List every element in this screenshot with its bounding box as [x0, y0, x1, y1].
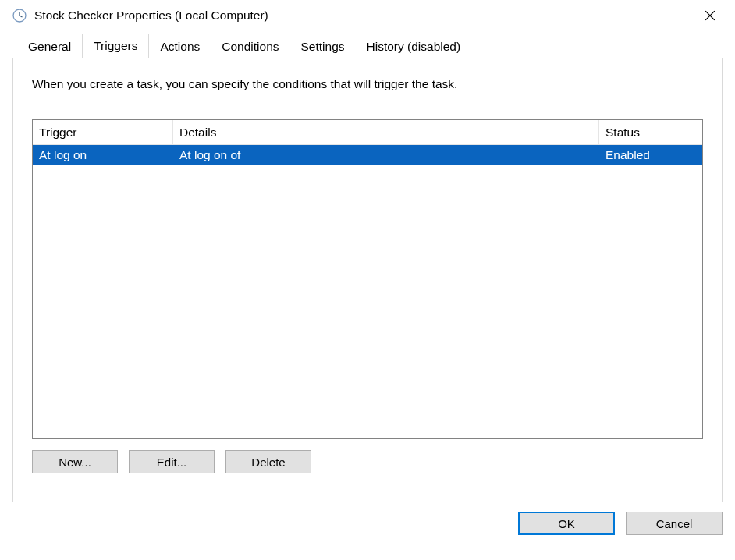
panel-description: When you create a task, you can specify …	[32, 77, 703, 91]
tab-strip: General Triggers Actions Conditions Sett…	[0, 31, 735, 58]
tab-settings[interactable]: Settings	[290, 35, 356, 58]
tab-history[interactable]: History (disabled)	[356, 35, 472, 58]
cell-trigger: At log on	[33, 147, 173, 163]
trigger-table[interactable]: Trigger Details Status At log on At log …	[32, 119, 703, 439]
close-icon[interactable]	[694, 5, 726, 27]
cell-details: At log on of	[173, 147, 599, 163]
header-status[interactable]: Status	[599, 120, 702, 144]
window-title: Stock Checker Properties (Local Computer…	[34, 9, 268, 23]
cell-status: Enabled	[599, 147, 702, 163]
header-trigger[interactable]: Trigger	[33, 120, 173, 144]
edit-button[interactable]: Edit...	[129, 450, 215, 473]
delete-button[interactable]: Delete	[225, 450, 311, 473]
trigger-actions: New... Edit... Delete	[32, 450, 703, 473]
dialog-footer: OK Cancel	[0, 502, 735, 535]
header-details[interactable]: Details	[173, 120, 599, 144]
tab-panel-triggers: When you create a task, you can specify …	[12, 58, 723, 502]
tab-actions[interactable]: Actions	[149, 35, 211, 58]
tab-triggers[interactable]: Triggers	[82, 34, 149, 58]
new-button[interactable]: New...	[32, 450, 118, 473]
cancel-button[interactable]: Cancel	[626, 512, 723, 535]
clock-icon	[12, 9, 27, 23]
table-header-row: Trigger Details Status	[33, 120, 702, 145]
titlebar: Stock Checker Properties (Local Computer…	[0, 0, 735, 31]
tab-conditions[interactable]: Conditions	[211, 35, 289, 58]
tab-general[interactable]: General	[17, 35, 82, 58]
table-row[interactable]: At log on At log on of Enabled	[33, 145, 702, 165]
ok-button[interactable]: OK	[518, 512, 615, 535]
